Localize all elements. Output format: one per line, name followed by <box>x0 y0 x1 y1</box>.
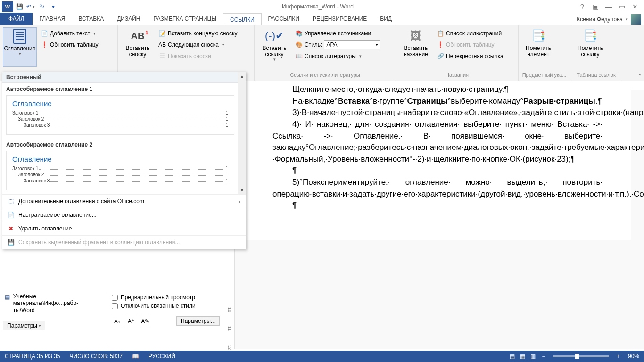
tab-mailings[interactable]: РАССЫЛКИ <box>262 13 306 25</box>
user-area[interactable]: Ксения Федулова ▾ <box>577 14 641 25</box>
add-text-button[interactable]: 📄Добавить текст <box>39 28 100 39</box>
preview-h1: Заголовок 1 <box>12 110 38 115</box>
window-title: Информатика_Word - Word <box>58 3 577 10</box>
toc-button[interactable]: Оглавление ▾ <box>3 27 37 67</box>
tab-design[interactable]: ДИЗАЙН <box>110 13 147 25</box>
insert-citation-button[interactable]: (-)✔ Вставить ссылку ▾ <box>257 27 291 67</box>
style-inspector-button[interactable]: A⁺ <box>126 316 136 326</box>
new-style-button[interactable]: A₄ <box>112 316 122 326</box>
status-words[interactable]: ЧИСЛО СЛОВ: 5837 <box>65 353 127 360</box>
crossref-button[interactable]: 🔗Перекрестная ссылка <box>435 51 505 61</box>
styles-params-button[interactable]: Параметры... <box>176 316 220 326</box>
view-web-icon[interactable]: ▥ <box>528 352 538 361</box>
insert-figures-table-button[interactable]: 📋Список иллюстраций <box>435 28 505 39</box>
add-text-label: Добавить текст <box>50 30 90 37</box>
tab-insert[interactable]: ВСТАВКА <box>72 13 110 25</box>
maximize-icon[interactable]: ▭ <box>617 1 627 12</box>
endnote-icon: 📝 <box>158 30 166 37</box>
insert-endnote-button[interactable]: 📝Вставить концевую сноску <box>157 28 239 39</box>
toc-save-selection: 💾 Сохранить выделенный фрагмент в коллек… <box>2 235 246 249</box>
nav-params-button[interactable]: Параметры <box>3 321 45 330</box>
tab-file[interactable]: ФАЙЛ <box>0 13 33 25</box>
help-icon[interactable]: ? <box>577 1 587 12</box>
toc-preview-title: Оглавление <box>12 99 228 107</box>
group-captions: 🖼 Вставить название 📋Список иллюстраций … <box>396 25 519 81</box>
bibliography-button[interactable]: 📖Список литературы <box>293 51 382 61</box>
mark-entry-button[interactable]: 📑 Пометить элемент <box>521 27 555 67</box>
toc-custom-label: Настраиваемое оглавление... <box>18 212 97 218</box>
zoom-level[interactable]: 90% <box>623 353 644 360</box>
qat-customize-icon[interactable]: ▾ <box>48 1 58 12</box>
tab-home[interactable]: ГЛАВНАЯ <box>33 13 72 25</box>
vruler-mark: 10 <box>227 307 232 312</box>
doc-paragraph: 3)·В·начале·пустой·страницы·наберите·сло… <box>272 107 603 119</box>
toc-icon <box>12 29 27 44</box>
toc-auto1-preview[interactable]: Оглавление Заголовок 11 Заголовок 21 Заг… <box>6 95 234 135</box>
insert-caption-button[interactable]: 🖼 Вставить название <box>399 27 433 67</box>
zoom-slider[interactable] <box>553 355 609 357</box>
tab-view[interactable]: ВИД <box>373 13 398 25</box>
style-dropdown[interactable]: APA▾ <box>324 40 380 49</box>
add-text-icon: 📄 <box>41 30 48 37</box>
mark-citation-button[interactable]: 📑 Пометить ссылку <box>573 27 607 67</box>
toc-custom[interactable]: 📄 Настраиваемое оглавление... <box>2 208 246 222</box>
status-language[interactable]: РУССКИЙ <box>144 353 180 360</box>
group-index-label: Предметный ука... <box>521 72 567 80</box>
status-page[interactable]: СТРАНИЦА 35 ИЗ 35 <box>0 353 65 360</box>
undo-icon[interactable]: ↶ <box>25 1 36 12</box>
disable-linked-checkbox-input[interactable] <box>112 303 118 309</box>
preview-h1: Заголовок 1 <box>12 166 38 171</box>
minimize-icon[interactable]: — <box>603 1 614 12</box>
collapse-ribbon-icon[interactable]: ⌃ <box>637 73 642 80</box>
update-toc-button[interactable]: ❗Обновить таблицу <box>39 40 100 50</box>
document-page[interactable]: Щелкните·место,·откуда·следует·начать·но… <box>244 82 631 240</box>
manage-sources-icon: 📚 <box>295 30 303 37</box>
toc-remove[interactable]: ✖ Удалить оглавление <box>2 222 246 235</box>
toc-dd-scrollbar[interactable]: ▲ ▼ <box>238 72 246 194</box>
mark-citation-icon: 📑 <box>583 28 598 43</box>
redo-icon[interactable]: ↻ <box>37 1 47 12</box>
view-read-icon[interactable]: ▤ <box>507 352 518 361</box>
preview-checkbox-input[interactable] <box>112 295 118 301</box>
view-print-icon[interactable]: ▦ <box>518 352 528 361</box>
insert-footnote-button[interactable]: AB1 Вставить сноску <box>121 27 155 67</box>
citation-style-row: 🎨 Стиль: APA▾ <box>293 40 382 50</box>
scroll-down-icon[interactable]: ▼ <box>238 186 246 194</box>
update-captions-icon: ❗ <box>437 41 444 49</box>
toc-auto2-preview[interactable]: Оглавление Заголовок 11 Заголовок 21 Заг… <box>6 151 234 190</box>
tab-review[interactable]: РЕЦЕНЗИРОВАНИЕ <box>306 13 373 25</box>
next-footnote-button[interactable]: ABСледующая сноска <box>157 40 239 50</box>
bibliography-icon: 📖 <box>295 52 303 60</box>
manage-styles-button[interactable]: A✎ <box>140 316 150 326</box>
preview-checkbox[interactable]: Предварительный просмотр <box>112 294 220 301</box>
doc-paragraph: ¶ <box>272 200 603 212</box>
zoom-in-icon[interactable]: + <box>613 352 623 361</box>
ribbon-display-icon[interactable]: ▣ <box>590 1 601 12</box>
doc-paragraph: ¶ <box>272 165 603 177</box>
next-footnote-icon: AB <box>158 41 166 49</box>
chevron-right-icon: ▸ <box>239 199 241 204</box>
status-proofing-icon[interactable]: 📖 <box>127 353 144 360</box>
update-toc-label: Обновить таблицу <box>50 41 99 48</box>
doc-paragraph: На·вкладке°Вставка°в·группе°Страницы°выб… <box>272 96 603 107</box>
zoom-thumb[interactable] <box>575 354 579 359</box>
nav-item[interactable]: ▤ Учебные материалы\Инфо...рабо-ты\Word <box>3 292 97 314</box>
toc-preview-title: Оглавление <box>12 155 228 163</box>
avatar[interactable] <box>631 14 641 25</box>
next-footnote-label: Следующая сноска <box>168 41 219 48</box>
save-icon[interactable]: 💾 <box>14 1 25 12</box>
disable-linked-checkbox[interactable]: Отключить связанные стили <box>112 303 220 309</box>
style-label: Стиль: <box>305 41 322 48</box>
toc-more-office[interactable]: ⬚ Дополнительные оглавления с сайта Offi… <box>2 194 246 208</box>
preview-h2: Заголовок 2 <box>18 116 44 122</box>
group-captions-label: Названия <box>399 72 515 80</box>
zoom-out-icon[interactable]: − <box>538 352 549 361</box>
close-icon[interactable]: ✕ <box>630 1 640 12</box>
manage-sources-button[interactable]: 📚Управление источниками <box>293 28 382 39</box>
group-toa: 📑 Пометить ссылку Таблица ссылок <box>570 25 622 81</box>
tab-references[interactable]: ССЫЛКИ <box>223 13 261 25</box>
show-footnotes-label: Показать сноски <box>168 53 211 59</box>
scroll-up-icon[interactable]: ▲ <box>238 72 246 80</box>
tab-layout[interactable]: РАЗМЕТКА СТРАНИЦЫ <box>147 13 223 25</box>
preview-pg: 1 <box>225 178 228 183</box>
